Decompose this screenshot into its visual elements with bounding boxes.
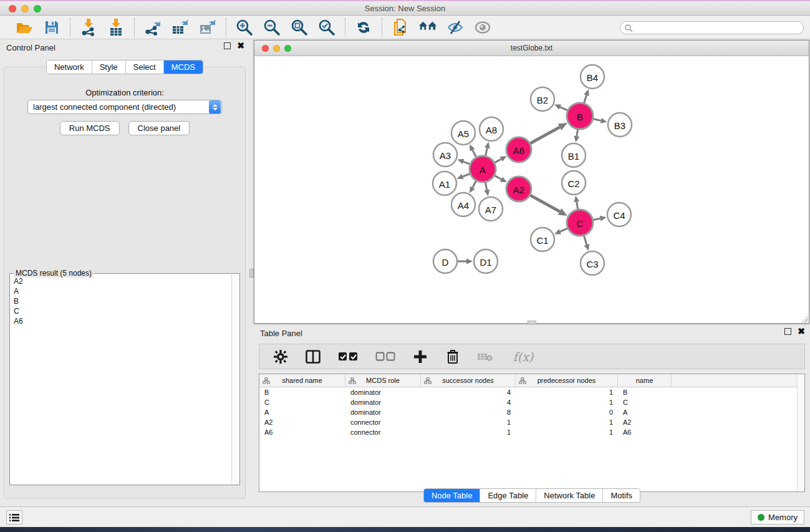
import-table-icon[interactable]: [107, 18, 125, 37]
export-image-icon[interactable]: [198, 18, 217, 37]
column-edit-icon[interactable]: [424, 377, 432, 384]
open-file-icon[interactable]: [15, 18, 34, 37]
add-column-icon[interactable]: [412, 348, 429, 365]
edge-A-A4[interactable]: [473, 181, 476, 187]
network-canvas[interactable]: B4B2BB3A8A5A6B1A3AA1C2A2A4A7C4CC1C3DD1: [254, 56, 809, 323]
column-header-shared-name[interactable]: shared name: [259, 374, 345, 387]
close-panel-icon[interactable]: ✖: [237, 42, 244, 49]
result-item[interactable]: B: [11, 296, 231, 306]
result-item[interactable]: A: [11, 286, 231, 296]
network-graph[interactable]: B4B2BB3A8A5A6B1A3AA1C2A2A4A7C4CC1C3DD1: [254, 56, 809, 323]
table-cell[interactable]: 1: [516, 428, 618, 436]
table-cell[interactable]: 4: [421, 389, 516, 396]
table-cell[interactable]: connector: [345, 428, 421, 436]
close-panel-button[interactable]: Close panel: [128, 121, 190, 135]
home-icon[interactable]: [418, 18, 437, 37]
tab-style[interactable]: Style: [92, 60, 126, 74]
table-settings-gear-icon[interactable]: [272, 348, 289, 365]
select-all-icon[interactable]: [337, 348, 359, 365]
network-window-titlebar[interactable]: testGlobe.txt: [254, 41, 809, 56]
edge-A-A5[interactable]: [473, 150, 476, 157]
refresh-icon[interactable]: [354, 18, 373, 37]
search-field[interactable]: [620, 21, 804, 34]
tab-motifs[interactable]: Motifs: [603, 489, 640, 502]
show-columns-icon[interactable]: [304, 348, 322, 365]
table-cell[interactable]: C: [259, 399, 345, 406]
table-cell[interactable]: dominator: [345, 409, 421, 416]
criterion-select[interactable]: largest connected component (directed): [27, 100, 222, 114]
column-edit-icon[interactable]: [349, 377, 356, 384]
table-row[interactable]: Bdominator41B: [259, 387, 804, 397]
hide-selected-icon[interactable]: [446, 18, 465, 37]
column-edit-icon[interactable]: [519, 377, 526, 384]
vertical-splitter[interactable]: [249, 39, 254, 506]
edge-A6-B[interactable]: [530, 127, 559, 143]
zoom-out-icon[interactable]: [263, 18, 281, 37]
table-cell[interactable]: 8: [421, 409, 516, 416]
tab-edge-table[interactable]: Edge Table: [480, 489, 536, 502]
table-cell[interactable]: 1: [516, 418, 618, 426]
zoom-fit-icon[interactable]: [290, 18, 309, 37]
table-cell[interactable]: 0: [516, 409, 618, 416]
table-cell[interactable]: A6: [259, 428, 345, 436]
edge-B-B1[interactable]: [577, 130, 578, 137]
edge-A-A1[interactable]: [463, 174, 470, 177]
table-cell[interactable]: 1: [516, 389, 618, 396]
splitter-handle[interactable]: [249, 269, 254, 278]
export-table-icon[interactable]: [171, 18, 190, 37]
delete-column-icon[interactable]: [444, 348, 461, 365]
result-item[interactable]: A6: [11, 316, 231, 326]
table-cell[interactable]: B: [618, 389, 672, 396]
edge-A-A6[interactable]: [494, 159, 501, 163]
tab-network[interactable]: Network: [47, 60, 92, 74]
table-row[interactable]: Adominator80A: [259, 407, 804, 417]
float-table-panel-icon[interactable]: [784, 328, 791, 335]
table-cell[interactable]: 4: [421, 399, 516, 406]
edge-C-C3[interactable]: [584, 236, 586, 244]
deselect-all-icon[interactable]: [374, 348, 397, 365]
close-table-panel-icon[interactable]: ✖: [798, 328, 805, 335]
column-header-predecessor-nodes[interactable]: predecessor nodes: [516, 374, 618, 387]
table-row[interactable]: A2connector11A2: [259, 417, 804, 427]
table-row[interactable]: Cdominator41C: [259, 397, 804, 407]
clone-network-icon[interactable]: [391, 18, 410, 37]
zoom-selected-icon[interactable]: [317, 18, 336, 37]
edge-A-A7[interactable]: [485, 183, 486, 190]
table-cell[interactable]: A6: [618, 428, 672, 436]
show-all-icon[interactable]: [473, 18, 492, 37]
column-header-successor-nodes[interactable]: successor nodes: [421, 374, 516, 387]
tab-network-table[interactable]: Network Table: [536, 489, 603, 502]
table-cell[interactable]: A2: [259, 418, 345, 426]
mcds-result-list[interactable]: A2ABCA6: [11, 276, 231, 483]
tab-select[interactable]: Select: [126, 60, 164, 74]
column-header-MCDS-role[interactable]: MCDS role: [345, 374, 421, 387]
edge-A2-C[interactable]: [530, 195, 559, 211]
edge-B-B2[interactable]: [560, 107, 567, 110]
table-cell[interactable]: A2: [618, 418, 672, 426]
save-session-icon[interactable]: [42, 18, 61, 37]
edge-A-A8[interactable]: [486, 148, 488, 155]
tab-mcds[interactable]: MCDS: [164, 60, 203, 74]
table-cell[interactable]: dominator: [345, 399, 421, 406]
table-row[interactable]: A6connector11A6: [259, 427, 804, 437]
result-item[interactable]: A2: [11, 276, 231, 286]
edge-C-C4[interactable]: [594, 218, 600, 220]
task-history-button[interactable]: [6, 510, 22, 525]
edge-B-B3[interactable]: [593, 119, 600, 121]
edge-C-C1[interactable]: [560, 228, 567, 231]
table-cell[interactable]: 1: [516, 399, 618, 406]
import-network-icon[interactable]: [79, 18, 98, 37]
search-input[interactable]: [633, 24, 803, 32]
result-scrollbar[interactable]: [231, 274, 239, 484]
zoom-in-icon[interactable]: [235, 18, 254, 37]
float-panel-icon[interactable]: [224, 42, 231, 49]
edge-B-B4[interactable]: [584, 95, 587, 103]
export-network-icon[interactable]: [143, 18, 162, 37]
table-cell[interactable]: 1: [421, 428, 516, 436]
node-table[interactable]: shared nameMCDS rolesuccessor nodesprede…: [259, 374, 805, 492]
table-scrollbar[interactable]: [797, 374, 804, 491]
table-cell[interactable]: A: [618, 409, 672, 416]
table-cell[interactable]: connector: [345, 418, 421, 426]
edge-A-A3[interactable]: [463, 162, 470, 164]
tab-node-table[interactable]: Node Table: [424, 489, 481, 502]
